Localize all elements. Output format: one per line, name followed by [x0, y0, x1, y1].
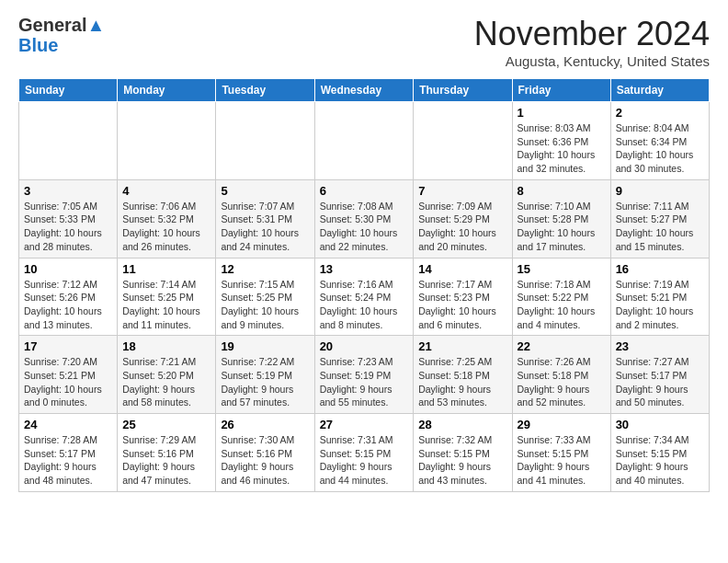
- day-info: Sunrise: 7:12 AM Sunset: 5:26 PM Dayligh…: [24, 278, 112, 332]
- calendar-week-row: 1Sunrise: 8:03 AM Sunset: 6:36 PM Daylig…: [19, 102, 710, 180]
- day-number: 12: [221, 262, 309, 276]
- calendar-cell: 8Sunrise: 7:10 AM Sunset: 5:28 PM Daylig…: [512, 179, 610, 258]
- day-number: 26: [221, 418, 309, 431]
- day-number: 13: [320, 262, 409, 276]
- calendar-cell: 2Sunrise: 8:04 AM Sunset: 6:34 PM Daylig…: [610, 102, 709, 180]
- day-info: Sunrise: 7:23 AM Sunset: 5:19 PM Dayligh…: [320, 355, 409, 409]
- day-number: 16: [616, 262, 704, 276]
- day-info: Sunrise: 7:08 AM Sunset: 5:30 PM Dayligh…: [320, 200, 409, 254]
- calendar-cell: 18Sunrise: 7:21 AM Sunset: 5:20 PM Dayli…: [118, 336, 216, 414]
- calendar-cell: 13Sunrise: 7:16 AM Sunset: 5:24 PM Dayli…: [314, 258, 414, 336]
- day-info: Sunrise: 7:15 AM Sunset: 5:25 PM Dayligh…: [221, 278, 309, 332]
- calendar-cell: 6Sunrise: 7:08 AM Sunset: 5:30 PM Daylig…: [314, 179, 414, 258]
- day-info: Sunrise: 7:27 AM Sunset: 5:17 PM Dayligh…: [616, 355, 704, 409]
- day-number: 15: [518, 262, 606, 276]
- title-block: November 2024 Augusta, Kentucky, United …: [474, 15, 710, 69]
- calendar-cell: [118, 102, 216, 180]
- weekday-header-tuesday: Tuesday: [216, 79, 314, 102]
- calendar-cell: 16Sunrise: 7:19 AM Sunset: 5:21 PM Dayli…: [610, 258, 709, 336]
- calendar-cell: 12Sunrise: 7:15 AM Sunset: 5:25 PM Dayli…: [216, 258, 314, 336]
- calendar-week-row: 17Sunrise: 7:20 AM Sunset: 5:21 PM Dayli…: [19, 336, 710, 414]
- day-number: 24: [24, 418, 112, 431]
- day-number: 18: [122, 339, 210, 353]
- calendar-cell: 21Sunrise: 7:25 AM Sunset: 5:18 PM Dayli…: [414, 336, 512, 414]
- day-info: Sunrise: 7:19 AM Sunset: 5:21 PM Dayligh…: [616, 278, 704, 332]
- calendar-cell: [19, 102, 118, 180]
- day-info: Sunrise: 7:11 AM Sunset: 5:27 PM Dayligh…: [616, 200, 704, 254]
- day-info: Sunrise: 8:04 AM Sunset: 6:34 PM Dayligh…: [616, 121, 704, 176]
- logo: General▲ Blue: [18, 15, 105, 55]
- day-number: 2: [616, 106, 704, 120]
- month-title: November 2024: [474, 15, 710, 53]
- calendar-cell: 27Sunrise: 7:31 AM Sunset: 5:15 PM Dayli…: [314, 414, 414, 492]
- day-number: 20: [320, 339, 409, 353]
- day-info: Sunrise: 7:10 AM Sunset: 5:28 PM Dayligh…: [518, 200, 606, 254]
- day-info: Sunrise: 7:20 AM Sunset: 5:21 PM Dayligh…: [24, 355, 112, 409]
- calendar-table: SundayMondayTuesdayWednesdayThursdayFrid…: [18, 78, 710, 492]
- day-info: Sunrise: 7:32 AM Sunset: 5:15 PM Dayligh…: [418, 433, 506, 488]
- day-info: Sunrise: 7:33 AM Sunset: 5:15 PM Dayligh…: [518, 433, 606, 488]
- calendar-cell: 28Sunrise: 7:32 AM Sunset: 5:15 PM Dayli…: [414, 414, 512, 492]
- day-number: 1: [518, 106, 606, 120]
- day-info: Sunrise: 7:07 AM Sunset: 5:31 PM Dayligh…: [221, 200, 309, 254]
- day-info: Sunrise: 7:09 AM Sunset: 5:29 PM Dayligh…: [418, 200, 506, 254]
- day-info: Sunrise: 7:16 AM Sunset: 5:24 PM Dayligh…: [320, 278, 409, 332]
- calendar-cell: 5Sunrise: 7:07 AM Sunset: 5:31 PM Daylig…: [216, 179, 314, 258]
- day-number: 14: [418, 262, 506, 276]
- day-number: 17: [24, 339, 112, 353]
- weekday-header-wednesday: Wednesday: [314, 79, 414, 102]
- calendar-cell: 24Sunrise: 7:28 AM Sunset: 5:17 PM Dayli…: [19, 414, 118, 492]
- day-number: 29: [518, 418, 606, 431]
- day-info: Sunrise: 7:14 AM Sunset: 5:25 PM Dayligh…: [122, 278, 210, 332]
- calendar-cell: 9Sunrise: 7:11 AM Sunset: 5:27 PM Daylig…: [610, 179, 709, 258]
- calendar-cell: 15Sunrise: 7:18 AM Sunset: 5:22 PM Dayli…: [512, 258, 610, 336]
- calendar-cell: 7Sunrise: 7:09 AM Sunset: 5:29 PM Daylig…: [414, 179, 512, 258]
- day-info: Sunrise: 8:03 AM Sunset: 6:36 PM Dayligh…: [518, 121, 606, 176]
- page-header: General▲ Blue November 2024 Augusta, Ken…: [18, 15, 710, 69]
- calendar-cell: 11Sunrise: 7:14 AM Sunset: 5:25 PM Dayli…: [118, 258, 216, 336]
- day-number: 10: [24, 262, 112, 276]
- calendar-cell: 23Sunrise: 7:27 AM Sunset: 5:17 PM Dayli…: [610, 336, 709, 414]
- calendar-cell: [314, 102, 414, 180]
- calendar-cell: 19Sunrise: 7:22 AM Sunset: 5:19 PM Dayli…: [216, 336, 314, 414]
- day-number: 11: [122, 262, 210, 276]
- calendar-cell: 25Sunrise: 7:29 AM Sunset: 5:16 PM Dayli…: [118, 414, 216, 492]
- day-info: Sunrise: 7:18 AM Sunset: 5:22 PM Dayligh…: [518, 278, 606, 332]
- location: Augusta, Kentucky, United States: [474, 53, 710, 69]
- day-number: 3: [24, 184, 112, 198]
- day-info: Sunrise: 7:29 AM Sunset: 5:16 PM Dayligh…: [122, 433, 210, 488]
- day-number: 5: [221, 184, 309, 198]
- day-info: Sunrise: 7:21 AM Sunset: 5:20 PM Dayligh…: [122, 355, 210, 409]
- calendar-week-row: 24Sunrise: 7:28 AM Sunset: 5:17 PM Dayli…: [19, 414, 710, 492]
- weekday-header-monday: Monday: [118, 79, 216, 102]
- day-info: Sunrise: 7:06 AM Sunset: 5:32 PM Dayligh…: [122, 200, 210, 254]
- day-number: 22: [518, 339, 606, 353]
- day-info: Sunrise: 7:25 AM Sunset: 5:18 PM Dayligh…: [418, 355, 506, 409]
- day-info: Sunrise: 7:31 AM Sunset: 5:15 PM Dayligh…: [320, 433, 409, 488]
- calendar-cell: 26Sunrise: 7:30 AM Sunset: 5:16 PM Dayli…: [216, 414, 314, 492]
- day-info: Sunrise: 7:22 AM Sunset: 5:19 PM Dayligh…: [221, 355, 309, 409]
- day-number: 19: [221, 339, 309, 353]
- calendar-cell: 30Sunrise: 7:34 AM Sunset: 5:15 PM Dayli…: [610, 414, 709, 492]
- calendar-cell: 10Sunrise: 7:12 AM Sunset: 5:26 PM Dayli…: [19, 258, 118, 336]
- calendar-cell: 4Sunrise: 7:06 AM Sunset: 5:32 PM Daylig…: [118, 179, 216, 258]
- calendar-cell: [216, 102, 314, 180]
- day-number: 8: [518, 184, 606, 198]
- calendar-cell: 20Sunrise: 7:23 AM Sunset: 5:19 PM Dayli…: [314, 336, 414, 414]
- day-number: 4: [122, 184, 210, 198]
- calendar-cell: 3Sunrise: 7:05 AM Sunset: 5:33 PM Daylig…: [19, 179, 118, 258]
- weekday-header-friday: Friday: [512, 79, 610, 102]
- day-number: 23: [616, 339, 704, 353]
- calendar-week-row: 10Sunrise: 7:12 AM Sunset: 5:26 PM Dayli…: [19, 258, 710, 336]
- calendar-cell: 17Sunrise: 7:20 AM Sunset: 5:21 PM Dayli…: [19, 336, 118, 414]
- calendar-week-row: 3Sunrise: 7:05 AM Sunset: 5:33 PM Daylig…: [19, 179, 710, 258]
- day-number: 27: [320, 418, 409, 431]
- day-number: 6: [320, 184, 409, 198]
- day-number: 9: [616, 184, 704, 198]
- day-number: 21: [418, 339, 506, 353]
- day-info: Sunrise: 7:28 AM Sunset: 5:17 PM Dayligh…: [24, 433, 112, 488]
- day-number: 25: [122, 418, 210, 431]
- weekday-header-saturday: Saturday: [610, 79, 709, 102]
- day-info: Sunrise: 7:17 AM Sunset: 5:23 PM Dayligh…: [418, 278, 506, 332]
- calendar-cell: 1Sunrise: 8:03 AM Sunset: 6:36 PM Daylig…: [512, 102, 610, 180]
